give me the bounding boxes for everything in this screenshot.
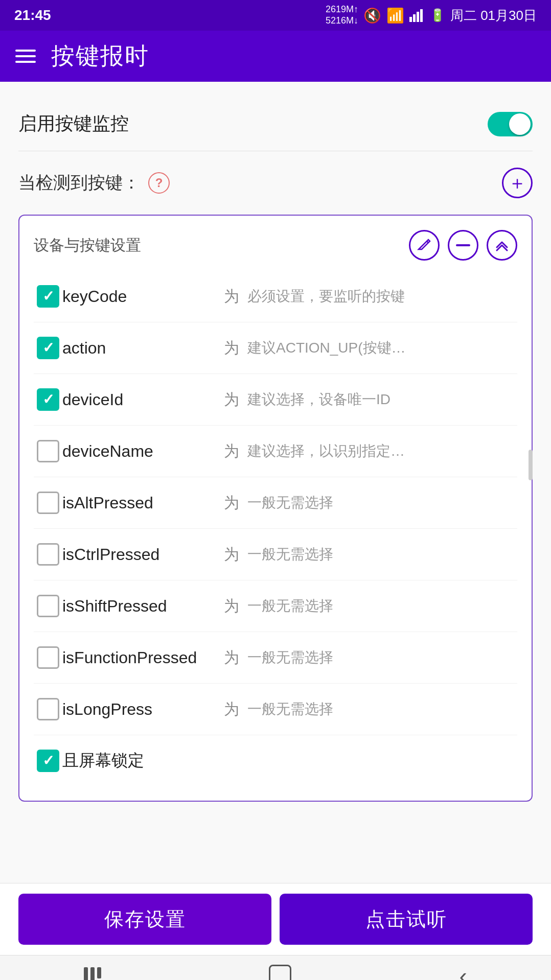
checkbox-deviceId[interactable]: ✓	[34, 385, 62, 414]
main-content: 启用按键监控 当检测到按键： ? ＋ 设备与按键设置	[0, 82, 551, 883]
field-desc-7: 一般无需选择	[247, 648, 517, 667]
field-sep-8: 为	[224, 699, 239, 720]
field-name-5: isCtrlPressed	[62, 545, 216, 564]
memory-text: 2619M↑5216M↓	[326, 4, 358, 26]
checkbox-action[interactable]: ✓	[34, 334, 62, 362]
status-icons: 2619M↑5216M↓ 🔇 📶 🔋 周二 01月30日	[326, 4, 537, 26]
checkbox-keyCode[interactable]: ✓	[34, 282, 62, 311]
checkmark-keyCode: ✓	[42, 289, 54, 304]
checkbox-isAltPressed[interactable]	[34, 488, 62, 517]
enable-toggle[interactable]	[488, 112, 533, 136]
nav-back-button[interactable]: ‹	[439, 954, 488, 981]
nav-home-button[interactable]	[248, 956, 312, 981]
field-sep-4: 为	[224, 493, 239, 514]
svg-rect-1	[413, 14, 416, 22]
fields-container: ✓keyCode为必须设置，要监听的按键✓action为建议ACTION_UP(…	[34, 271, 517, 786]
when-key-row: 当检测到按键： ? ＋	[18, 151, 533, 215]
home-icon	[269, 965, 291, 981]
checkbox-row-7: isFunctionPressed为一般无需选择	[34, 632, 517, 683]
field-name-0: keyCode	[62, 287, 216, 306]
status-date: 周二 01月30日	[450, 7, 537, 25]
checkbox-box-deviceId: ✓	[37, 388, 59, 411]
toggle-thumb	[509, 113, 531, 135]
battery-icon: 🔋	[430, 8, 445, 22]
field-desc-0: 必须设置，要监听的按键	[247, 287, 517, 306]
field-desc-3: 建议选择，以识别指定…	[247, 441, 517, 461]
config-box-title: 设备与按键设置	[34, 235, 141, 256]
status-bar: 21:45 2619M↑5216M↓ 🔇 📶 🔋 周二 01月30日	[0, 0, 551, 31]
field-sep-1: 为	[224, 338, 239, 359]
checkbox-row-1: ✓action为建议ACTION_UP(按键…	[34, 322, 517, 374]
hamburger-menu-button[interactable]	[15, 50, 36, 63]
checkbox-box-isLongPress	[37, 698, 59, 720]
help-icon[interactable]: ?	[148, 172, 170, 194]
checkbox-isShiftPressed[interactable]	[34, 592, 62, 620]
hamburger-line-2	[15, 55, 36, 57]
field-sep-3: 为	[224, 441, 239, 462]
field-desc-1: 建议ACTION_UP(按键…	[247, 338, 517, 358]
delete-button[interactable]	[448, 230, 478, 261]
svg-rect-4	[456, 244, 470, 246]
checkbox-isFunctionPressed[interactable]	[34, 643, 62, 672]
move-up-button[interactable]	[487, 230, 517, 261]
back-icon: ‹	[460, 962, 467, 981]
field-name-9: 且屏幕锁定	[62, 750, 216, 772]
add-rule-button[interactable]: ＋	[502, 168, 533, 198]
app-title: 按键报时	[51, 40, 149, 72]
signal-icon	[409, 9, 425, 22]
when-key-label: 当检测到按键：	[18, 171, 140, 195]
field-sep-7: 为	[224, 647, 239, 668]
field-sep-0: 为	[224, 286, 239, 307]
mute-icon: 🔇	[363, 7, 381, 24]
save-button[interactable]: 保存设置	[18, 894, 271, 945]
field-name-4: isAltPressed	[62, 494, 216, 512]
field-desc-8: 一般无需选择	[247, 699, 517, 719]
svg-rect-3	[420, 9, 423, 22]
checkmark-deviceId: ✓	[42, 392, 54, 407]
nav-recent-button[interactable]	[63, 959, 122, 981]
field-name-3: deviceName	[62, 442, 216, 461]
config-box-wrapper: 设备与按键设置	[18, 215, 533, 802]
checkbox-box-isShiftPressed	[37, 595, 59, 617]
field-name-6: isShiftPressed	[62, 597, 216, 616]
app-bar: 按键报时	[0, 31, 551, 82]
checkmark-且屏幕锁定: ✓	[42, 754, 54, 768]
checkbox-box-且屏幕锁定: ✓	[37, 750, 59, 772]
checkbox-box-isFunctionPressed	[37, 646, 59, 669]
field-desc-2: 建议选择，设备唯一ID	[247, 390, 517, 409]
enable-toggle-row: 启用按键监控	[18, 97, 533, 151]
recent-icon	[84, 967, 101, 981]
svg-rect-0	[409, 17, 412, 22]
checkbox-box-isAltPressed	[37, 492, 59, 514]
checkbox-row-5: isCtrlPressed为一般无需选择	[34, 528, 517, 580]
wifi-icon: 📶	[386, 7, 404, 24]
when-key-left: 当检测到按键： ?	[18, 171, 170, 195]
test-button[interactable]: 点击试听	[280, 894, 533, 945]
status-time: 21:45	[14, 7, 51, 24]
nav-bar: ‹	[0, 955, 551, 980]
field-sep-2: 为	[224, 389, 239, 410]
field-sep-5: 为	[224, 544, 239, 565]
checkbox-box-deviceName	[37, 440, 59, 462]
checkbox-row-0: ✓keyCode为必须设置，要监听的按键	[34, 271, 517, 322]
checkbox-isCtrlPressed[interactable]	[34, 540, 62, 569]
checkbox-row-3: deviceName为建议选择，以识别指定…	[34, 425, 517, 477]
bottom-buttons: 保存设置 点击试听	[0, 883, 551, 955]
scrollbar	[529, 450, 533, 480]
field-desc-5: 一般无需选择	[247, 545, 517, 564]
field-name-8: isLongPress	[62, 700, 216, 719]
checkbox-box-action: ✓	[37, 337, 59, 359]
checkbox-row-4: isAltPressed为一般无需选择	[34, 477, 517, 528]
svg-rect-2	[417, 12, 419, 22]
field-desc-4: 一般无需选择	[247, 493, 517, 512]
hamburger-line-3	[15, 61, 36, 63]
edit-button[interactable]	[409, 230, 440, 261]
checkbox-且屏幕锁定[interactable]: ✓	[34, 746, 62, 775]
checkbox-isLongPress[interactable]	[34, 695, 62, 724]
hamburger-line-1	[15, 50, 36, 52]
checkbox-row-6: isShiftPressed为一般无需选择	[34, 580, 517, 632]
checkbox-deviceName[interactable]	[34, 437, 62, 465]
field-name-1: action	[62, 339, 216, 358]
checkbox-box-keyCode: ✓	[37, 285, 59, 308]
field-sep-6: 为	[224, 596, 239, 617]
